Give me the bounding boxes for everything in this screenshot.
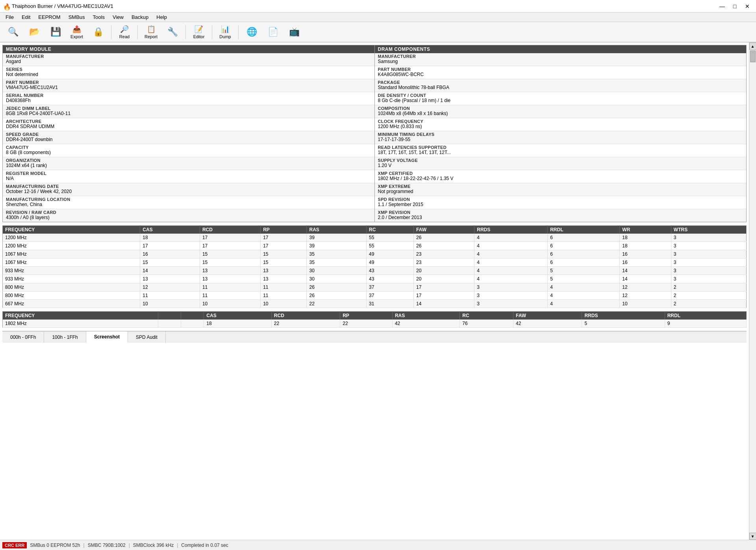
freq-cell-2-10: 3 [671,250,746,258]
maximize-button[interactable]: □ [729,2,740,11]
minimize-button[interactable]: — [717,2,728,11]
menu-eeprom[interactable]: EEPROM [34,13,64,21]
xmp-rcd-header: RCD [271,312,340,320]
series-label: SERIES [6,67,371,72]
read-label: Read [119,34,130,39]
scroll-up-button[interactable]: ▲ [749,43,756,50]
freq-cell-8-2: 10 [200,300,260,308]
freq-cell-5-9: 14 [620,275,671,283]
save-button[interactable]: 💾 [46,23,65,41]
freq-cell-5-4: 30 [307,275,367,283]
freq-cell-6-9: 12 [620,283,671,292]
close-button[interactable]: ✕ [742,2,753,11]
status-sep-0: | [83,543,85,548]
reg-model-label: REGISTER MODEL [6,171,371,176]
freq-cell-2-5: 49 [367,250,414,258]
xmp-cell-0-2 [181,320,204,328]
tab-000h[interactable]: 000h - 0FFh [2,331,44,343]
freq-cell-1-4: 39 [307,242,367,250]
dram-spd-rev-label: SPD REVISION [378,197,743,202]
xmp-cell-0-5: 22 [340,320,393,328]
menu-tools[interactable]: Tools [89,13,109,21]
freq-table-row: 1067 MHz16151535492346163 [3,250,747,258]
open-button[interactable]: 🔍 [3,23,23,41]
wr-col-header: WR [620,226,671,234]
freq-cell-0-4: 39 [307,234,367,242]
freq-cell-4-6: 20 [414,267,474,275]
scrollbar: ▲ ▼ [749,43,756,540]
freq-cell-1-10: 3 [671,242,746,250]
frequency-table: FREQUENCY CAS RCD RP RAS RC FAW RRDS RRD… [2,225,747,308]
folder-button[interactable]: 📂 [24,23,44,41]
dram-manufacturer-value: Samsung [378,59,743,64]
dram-components-header: DRAM COMPONENTS [375,45,747,53]
jedec-value: 8GB 1Rx8 PC4-2400T-UA0-11 [6,111,371,116]
xmp-cas-header: CAS [204,312,271,320]
info-row-mfg-date: MANUFACTURING DATE October 12-16 / Week … [3,183,374,196]
freq-cell-3-1: 15 [140,258,200,267]
rcd-col-header: RCD [200,226,260,234]
read-button[interactable]: 🔎 Read [115,23,134,41]
info-row-series: SERIES Not determined [3,66,374,79]
toolbar: 🔍 📂 💾 📤 Export 🔒 🔎 Read 📋 Report 🔧 📝 Edi… [0,22,756,43]
freq-cell-4-2: 13 [200,267,260,275]
cas-col-header: CAS [140,226,200,234]
freq-cell-3-8: 6 [548,258,620,267]
doc-button[interactable]: 📄 [263,23,283,41]
menu-edit[interactable]: Edit [18,13,34,21]
title-bar-controls: — □ ✕ [717,2,753,11]
freq-cell-6-10: 2 [671,283,746,292]
menu-help[interactable]: Help [152,13,171,21]
info-row-mfg-loc: MANUFACTURING LOCATION Shenzhen, China [3,196,374,209]
part-number-label: PART NUMBER [6,80,371,85]
report-button[interactable]: 📋 Report [141,23,161,41]
info-row-serial: SERIAL NUMBER D408368Fh [3,92,374,105]
freq-cell-0-10: 3 [671,234,746,242]
menu-view[interactable]: View [109,13,128,21]
tab-100h[interactable]: 100h - 1FFh [44,331,86,343]
status-item-0: SMBus 0 EEPROM 52h [30,543,80,548]
tab-spd-audit[interactable]: SPD Audit [128,331,166,343]
serial-value: D408368Fh [6,98,371,103]
freq-cell-0-0: 1200 MHz [3,234,140,242]
status-item-3: Completed in 0.07 sec [181,543,228,548]
dump-icon: 📊 [221,25,230,33]
scroll-down-button[interactable]: ▼ [749,533,756,540]
dram-spd-rev-value: 1.1 / September 2015 [378,202,743,207]
freq-cell-4-4: 30 [307,267,367,275]
freq-cell-2-3: 15 [261,250,307,258]
dram-package-row: PACKAGE Standard Monolithic 78-ball FBGA [375,79,747,92]
screen-button[interactable]: 📺 [284,23,304,41]
freq-cell-6-4: 26 [307,283,367,292]
menu-smbus[interactable]: SMBus [65,13,89,21]
export-button[interactable]: 📤 Export [67,23,87,41]
web-button[interactable]: 🌐 [242,23,261,41]
open-icon: 🔍 [8,27,19,37]
tab-bar: 000h - 0FFh 100h - 1FFh Screenshot SPD A… [2,331,747,343]
freq-cell-1-2: 17 [200,242,260,250]
menu-backup[interactable]: Backup [128,13,152,21]
scroll-thumb[interactable] [750,50,756,62]
dump-button[interactable]: 📊 Dump [215,23,235,41]
freq-table-row: 800 MHz12111126371734122 [3,283,747,292]
menu-file[interactable]: File [2,13,18,21]
freq-cell-2-1: 16 [140,250,200,258]
freq-table-row: 1200 MHz17171739552646183 [3,242,747,250]
freq-cell-4-5: 43 [367,267,414,275]
freq-cell-0-1: 18 [140,234,200,242]
xmp-cell-0-8: 42 [513,320,582,328]
xmp-table: FREQUENCY CAS RCD RP RAS RC FAW RRDS RRD… [2,311,747,328]
dram-xmp-cert-row: XMP CERTIFIED 1802 MHz / 18-22-22-42-76 … [375,170,747,183]
wtrs-col-header: WTRS [671,226,746,234]
org-label: ORGANIZATION [6,158,371,163]
dram-spd-rev-row: SPD REVISION 1.1 / September 2015 [375,196,747,209]
freq-cell-3-0: 1067 MHz [3,258,140,267]
tool-button[interactable]: 🔧 [163,23,182,41]
dram-part-row: PART NUMBER K4A8G085WC-BCRC [375,66,747,79]
freq-cell-7-6: 17 [414,292,474,300]
lock-button[interactable]: 🔒 [88,23,108,41]
editor-button[interactable]: 📝 Editor [189,23,209,41]
tab-screenshot[interactable]: Screenshot [86,331,128,343]
org-value: 1024M x64 (1 rank) [6,163,371,168]
freq-cell-8-8: 4 [548,300,620,308]
